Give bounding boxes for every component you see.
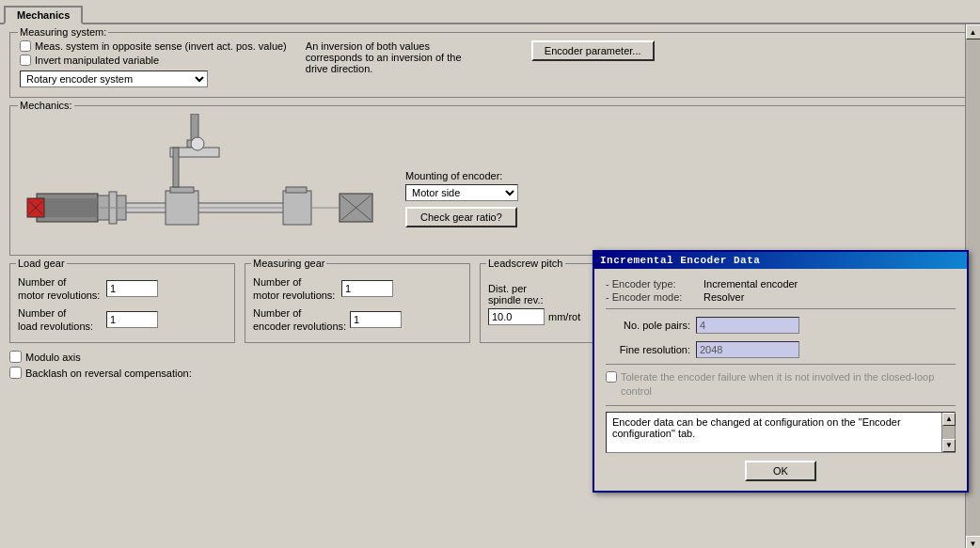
invert-pos-row: Meas. system in opposite sense (invert a… [20,40,287,52]
measuring-gear-box: Measuring gear Number ofmotor revolution… [245,263,470,343]
svg-rect-13 [173,148,179,187]
spindle-dist-input[interactable] [488,308,545,325]
meas-encoder-rev-label: Number ofencoder revolutions: [253,306,346,334]
leadscrew-box: Leadscrew pitch Dist. perspindle rev.: m… [480,263,602,343]
tab-mechanics[interactable]: Mechanics [4,6,83,24]
ok-button[interactable]: OK [745,461,816,481]
note-scroll-up[interactable]: ▲ [942,413,956,426]
dist-label: Dist. perspindle rev.: [488,283,593,305]
fine-res-input[interactable] [696,341,799,358]
load-gear-box: Load gear Number ofmotor revolutions: Nu… [9,263,235,343]
invert-manip-checkbox[interactable] [20,55,31,66]
dialog-divider-2 [606,364,956,365]
pole-pairs-input[interactable] [696,317,799,334]
pole-pairs-label: No. pole pairs: [606,320,690,331]
svg-rect-4 [37,198,98,217]
tab-bar: Mechanics [0,0,980,24]
note-scroll-down[interactable]: ▼ [942,439,956,452]
mounting-select-row: Motor side Load side [405,184,518,201]
encoder-mode-key: - Encoder mode: [606,291,700,303]
svg-point-14 [191,137,204,150]
svg-rect-16 [286,187,307,193]
tolerate-checkbox[interactable] [606,371,617,383]
measuring-left: Meas. system in opposite sense (invert a… [20,40,287,87]
incremental-encoder-dialog: Incremental Encoder Data - Encoder type:… [593,250,969,493]
mechanics-svg [20,114,387,241]
modulo-checkbox[interactable] [9,351,22,363]
ok-row: OK [606,461,956,481]
meas-motor-rev-label: Number ofmotor revolutions: [253,275,338,303]
meas-motor-rev-row: Number ofmotor revolutions: [253,275,462,303]
encoder-type-row: - Encoder type: Incremental encoder [606,278,956,290]
dialog-divider-3 [606,405,956,406]
encoder-param-button[interactable]: Encoder parameter... [531,40,655,61]
encoder-type-key: - Encoder type: [606,278,700,290]
mechanics-section: Mechanics: [9,105,971,256]
measuring-system-legend: Measuring system: [18,26,108,38]
backlash-checkbox[interactable] [9,367,22,379]
main-panel: Measuring system: Meas. system in opposi… [0,24,980,548]
load-rev-label: Number ofload revolutions: [18,306,103,334]
invert-pos-checkbox[interactable] [20,40,31,52]
load-gear-legend: Load gear [16,258,67,269]
dialog-title: Incremental Encoder Data [600,255,760,266]
tolerate-row: Tolerate the encoder failure when it is … [606,370,956,399]
meas-encoder-rev-input[interactable] [350,311,402,328]
measuring-gear-legend: Measuring gear [251,258,326,269]
load-motor-rev-input[interactable] [106,280,158,297]
inversion-text-block: An inversion of both values corresponds … [306,40,475,74]
pole-pairs-row: No. pole pairs: [606,317,956,334]
mounting-label: Mounting of encoder: [405,170,502,181]
encoder-param-area: Encoder parameter... [531,40,655,61]
inversion-text: An inversion of both values corresponds … [306,40,462,74]
scroll-up-arrow[interactable]: ▲ [966,24,981,39]
modulo-label: Modulo axis [25,352,81,363]
encoder-note-box: Encoder data can be changed at configura… [606,412,956,453]
check-gear-button[interactable]: Check gear ratio? [405,207,517,227]
svg-rect-12 [170,187,194,193]
encoder-mode-val: Resolver [703,291,744,303]
encoder-type-dropdown[interactable]: Rotary encoder system Linear encoder sys… [20,70,208,87]
tolerate-label: Tolerate the encoder failure when it is … [621,370,956,399]
leadscrew-legend: Leadscrew pitch [486,258,565,269]
backlash-label: Backlash on reversal compensation: [25,368,192,379]
dialog-titlebar: Incremental Encoder Data [594,252,967,269]
fine-res-label: Fine resolution: [606,344,690,355]
invert-manip-label: Invert manipulated variable [35,55,159,66]
invert-manip-row: Invert manipulated variable [20,55,287,66]
fine-res-row: Fine resolution: [606,341,956,358]
load-rev-row: Number ofload revolutions: [18,306,227,334]
scroll-down-arrow[interactable]: ▼ [966,536,981,548]
load-rev-input[interactable] [106,311,158,328]
mechanics-inner: Mounting of encoder: Motor side Load sid… [20,114,960,245]
meas-motor-rev-input[interactable] [341,280,393,297]
mounting-select[interactable]: Motor side Load side [405,184,518,201]
load-motor-rev-label: Number ofmotor revolutions: [18,275,103,303]
encoder-type-dropdown-row: Rotary encoder system Linear encoder sys… [20,70,287,87]
svg-rect-15 [283,191,311,225]
encoder-note-text: Encoder data can be changed at configura… [612,416,949,439]
mm-unit-label: mm/rot [548,311,580,322]
dialog-divider-1 [606,308,956,309]
note-scrollbar[interactable]: ▲ ▼ [941,413,955,452]
meas-encoder-rev-row: Number ofencoder revolutions: [253,306,462,334]
mechanics-legend: Mechanics: [18,100,74,111]
note-scroll-track [942,426,955,439]
mounting-area: Mounting of encoder: Motor side Load sid… [405,114,960,245]
load-motor-rev-row: Number ofmotor revolutions: [18,275,227,303]
encoder-mode-row: - Encoder mode: Resolver [606,291,956,303]
svg-rect-11 [166,191,198,225]
mechanics-diagram [20,114,396,245]
dialog-content: - Encoder type: Incremental encoder - En… [594,269,967,491]
measuring-system-section: Measuring system: Meas. system in opposi… [9,32,971,98]
invert-pos-label: Meas. system in opposite sense (invert a… [35,40,287,52]
encoder-type-val: Incremental encoder [703,278,798,290]
